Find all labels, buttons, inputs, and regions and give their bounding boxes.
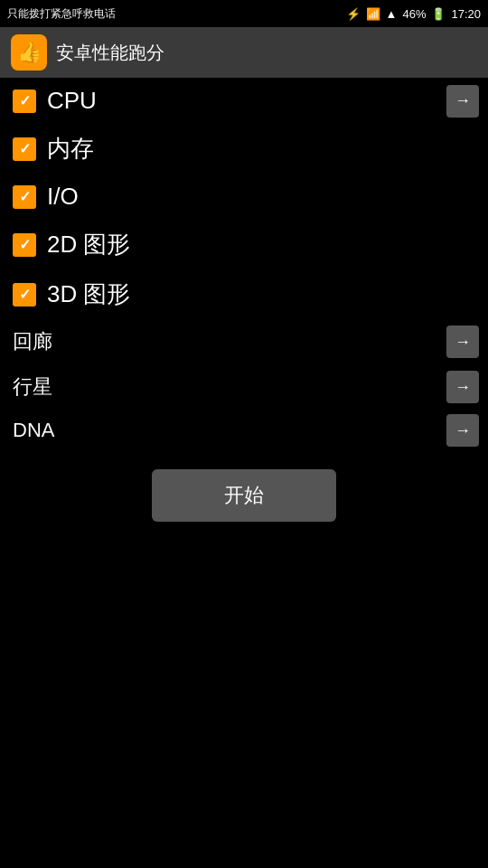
planet-label: 行星 (13, 373, 52, 401)
planet-arrow-icon: → (455, 378, 471, 397)
3d-label: 3D 图形 (47, 278, 130, 310)
cpu-checkbox[interactable]: ✓ (13, 90, 36, 113)
memory-checkbox[interactable]: ✓ (13, 137, 36, 161)
dna-row: DNA → (0, 410, 488, 451)
3d-checkbox[interactable]: ✓ (13, 283, 36, 307)
memory-row: ✓ 内存 (0, 124, 488, 174)
3d-row: ✓ 3D 图形 (0, 269, 488, 319)
2d-row: ✓ 2D 图形 (0, 220, 488, 269)
2d-label: 2D 图形 (47, 229, 130, 260)
start-button[interactable]: 开始 (152, 469, 336, 522)
cpu-row: ✓ CPU → (0, 78, 488, 124)
usb-icon: ⚡ (346, 7, 361, 21)
io-checkbox[interactable]: ✓ (13, 185, 36, 209)
corridor-arrow-button[interactable]: → (446, 326, 479, 358)
battery-text: 46% (402, 7, 426, 21)
planet-row: 行星 → (0, 364, 488, 410)
wifi-icon: ▲ (386, 7, 398, 21)
status-bar: 只能拨打紧急呼救电话 ⚡ 📶 ▲ 46% 🔋 17:20 (0, 0, 488, 27)
corridor-label: 回廊 (13, 328, 52, 355)
io-label: I/O (47, 183, 79, 211)
cpu-label: CPU (47, 87, 97, 115)
2d-checkbox[interactable]: ✓ (13, 233, 36, 257)
corridor-row: 回廊 → (0, 319, 488, 364)
dna-arrow-icon: → (455, 421, 471, 440)
cpu-arrow-button[interactable]: → (446, 85, 479, 118)
time-display: 17:20 (451, 7, 481, 21)
io-row: ✓ I/O (0, 174, 488, 220)
dna-label: DNA (13, 419, 54, 442)
dna-arrow-button[interactable]: → (446, 414, 479, 447)
sim-icon: 📶 (366, 7, 380, 21)
planet-arrow-button[interactable]: → (446, 371, 479, 403)
app-title: 安卓性能跑分 (56, 41, 164, 65)
start-button-container: 开始 (0, 469, 488, 522)
battery-icon: 🔋 (431, 7, 446, 21)
app-icon: 👍 (11, 34, 47, 71)
main-content: ✓ CPU → ✓ 内存 ✓ I/O ✓ 2D 图形 ✓ 3D 图形 回廊 (0, 78, 488, 522)
app-bar: 👍 安卓性能跑分 (0, 27, 488, 78)
cpu-arrow-icon: → (455, 91, 471, 110)
emergency-text: 只能拨打紧急呼救电话 (7, 6, 346, 22)
memory-label: 内存 (47, 133, 94, 165)
corridor-arrow-icon: → (455, 333, 471, 352)
